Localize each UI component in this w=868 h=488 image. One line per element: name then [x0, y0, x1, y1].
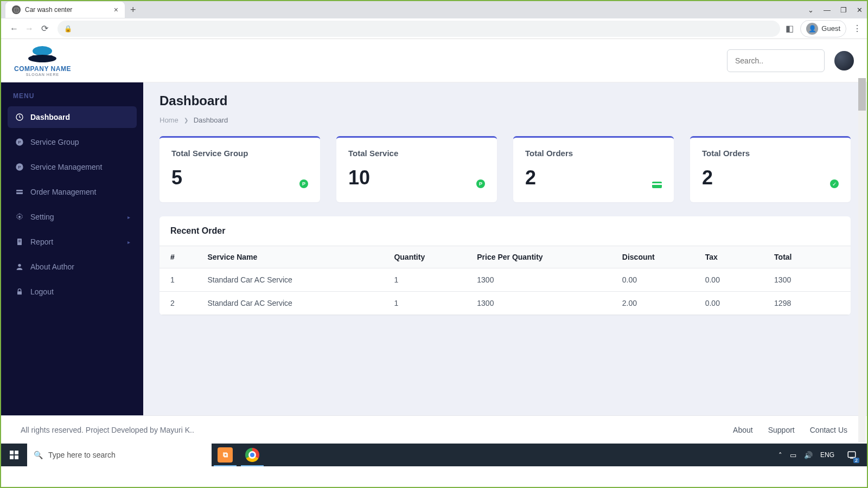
scrollbar[interactable] [858, 78, 866, 442]
breadcrumb-current: Dashboard [194, 116, 228, 124]
th-price: Price Per Quantity [470, 246, 616, 268]
sidebar-item-label: About Author [30, 262, 74, 271]
cell-total: 1298 [768, 292, 851, 315]
sidebar-item-order-management[interactable]: Order Management [8, 181, 137, 203]
window-controls: ⌄ ― ❐ ✕ [808, 1, 863, 18]
avatar[interactable] [834, 51, 854, 70]
svg-point-0 [33, 46, 52, 56]
close-icon[interactable]: × [114, 5, 118, 14]
panel-icon[interactable]: ◧ [786, 23, 794, 34]
taskbar: 🔍 Type here to search ⧉ ˄ ▭ 🔊 ENG 2 [1, 444, 867, 466]
th-tax: Tax [699, 246, 768, 268]
check-circle-icon: ✓ [830, 179, 839, 188]
lock-icon [15, 287, 24, 296]
globe-icon [12, 5, 21, 14]
recent-order-panel: Recent Order # Service Name Quantity Pri… [159, 216, 851, 315]
close-window-icon[interactable]: ✕ [857, 6, 863, 14]
minimize-icon[interactable]: ― [824, 6, 831, 14]
svg-rect-15 [17, 291, 22, 294]
svg-rect-9 [16, 191, 23, 192]
sidebar-item-service-group[interactable]: P Service Group [8, 131, 137, 153]
footer-link-support[interactable]: Support [768, 426, 795, 434]
cell-qty: 1 [387, 292, 470, 315]
document-icon [15, 237, 24, 246]
recent-order-table: # Service Name Quantity Price Per Quanti… [159, 246, 851, 315]
cell-discount: 2.00 [616, 292, 699, 315]
address-bar[interactable]: 🔒 [58, 21, 780, 37]
profile-label: Guest [821, 24, 840, 33]
search-input[interactable] [727, 49, 825, 72]
app-header: COMPANY NAME SLOGAN HERE [1, 39, 867, 82]
person-icon [15, 262, 24, 271]
footer: All rights reserved. Project Developed b… [1, 415, 867, 444]
table-row: 1 Standard Car AC Service 1 1300 0.00 0.… [159, 268, 851, 292]
sidebar-item-about-author[interactable]: About Author [8, 256, 137, 278]
sidebar-item-label: Service Group [30, 138, 79, 146]
footer-text: All rights reserved. Project Developed b… [21, 426, 733, 434]
chevron-down-icon[interactable]: ⌄ [808, 6, 814, 14]
card-value: 2 [702, 166, 839, 189]
stat-card-service-group: Total Service Group 5 P [159, 136, 320, 202]
footer-link-about[interactable]: About [733, 426, 753, 434]
person-icon: 👤 [806, 23, 818, 35]
volume-icon[interactable]: 🔊 [804, 451, 813, 459]
chevron-up-icon[interactable]: ˄ [778, 451, 782, 459]
cell-price: 1300 [470, 292, 616, 315]
back-button[interactable]: ← [7, 24, 22, 34]
card-value: 2 [525, 166, 662, 189]
battery-icon[interactable]: ▭ [790, 451, 796, 459]
maximize-icon[interactable]: ❐ [840, 6, 847, 14]
tab-title: Car wash center [25, 6, 114, 14]
chrome-icon [245, 448, 259, 462]
sidebar-item-service-management[interactable]: P Service Management [8, 156, 137, 178]
profile-button[interactable]: 👤 Guest [800, 20, 846, 37]
taskbar-app-chrome[interactable] [239, 444, 266, 466]
svg-rect-13 [18, 241, 21, 242]
card-title: Total Service [348, 149, 485, 158]
taskbar-search-placeholder: Type here to search [48, 451, 116, 459]
th-total: Total [768, 246, 851, 268]
svg-rect-18 [10, 455, 14, 459]
p-badge-icon: P [299, 179, 308, 188]
reload-button[interactable]: ⟳ [37, 23, 52, 34]
footer-link-contact[interactable]: Contact Us [810, 426, 847, 434]
cell-total: 1300 [768, 268, 851, 292]
card-value: 10 [348, 166, 485, 189]
lock-icon: 🔒 [64, 25, 72, 33]
sidebar-item-setting[interactable]: Setting ▸ [8, 206, 137, 228]
taskbar-search[interactable]: 🔍 Type here to search [27, 444, 212, 466]
breadcrumb-home[interactable]: Home [159, 116, 178, 124]
cell-discount: 0.00 [616, 268, 699, 292]
cell-qty: 1 [387, 268, 470, 292]
th-index: # [159, 246, 201, 268]
start-button[interactable] [1, 444, 27, 466]
language-indicator[interactable]: ENG [820, 451, 834, 459]
sidebar-item-label: Setting [30, 213, 54, 221]
chevron-right-icon: ❯ [184, 117, 188, 123]
svg-point-14 [18, 264, 21, 267]
scrollbar-thumb[interactable] [858, 78, 866, 111]
forward-button[interactable]: → [22, 24, 37, 34]
main-content: Dashboard Home ❯ Dashboard Total Service… [143, 82, 867, 415]
sidebar-item-label: Logout [30, 287, 54, 296]
sidebar-item-label: Order Management [30, 188, 96, 196]
sidebar-item-dashboard[interactable]: Dashboard [8, 106, 137, 128]
new-tab-button[interactable]: + [130, 4, 136, 16]
sidebar-item-report[interactable]: Report ▸ [8, 231, 137, 253]
svg-text:P: P [18, 165, 21, 170]
sidebar-item-logout[interactable]: Logout [8, 281, 137, 303]
logo[interactable]: COMPANY NAME SLOGAN HERE [14, 44, 71, 76]
taskbar-app-xampp[interactable]: ⧉ [212, 444, 239, 466]
table-title: Recent Order [159, 216, 851, 246]
logo-name: COMPANY NAME [14, 65, 71, 73]
table-header-row: # Service Name Quantity Price Per Quanti… [159, 246, 851, 268]
notification-badge: 2 [853, 458, 859, 463]
logo-icon [26, 44, 59, 64]
browser-tab[interactable]: Car wash center × [5, 2, 125, 18]
sidebar: MENU Dashboard P Service Group P Service… [1, 82, 143, 415]
table-row: 2 Standard Car AC Service 1 1300 2.00 0.… [159, 292, 851, 315]
chevron-right-icon: ▸ [127, 239, 130, 245]
notification-button[interactable]: 2 [842, 444, 861, 466]
menu-icon[interactable]: ⋮ [853, 23, 861, 34]
gear-icon [15, 213, 24, 221]
